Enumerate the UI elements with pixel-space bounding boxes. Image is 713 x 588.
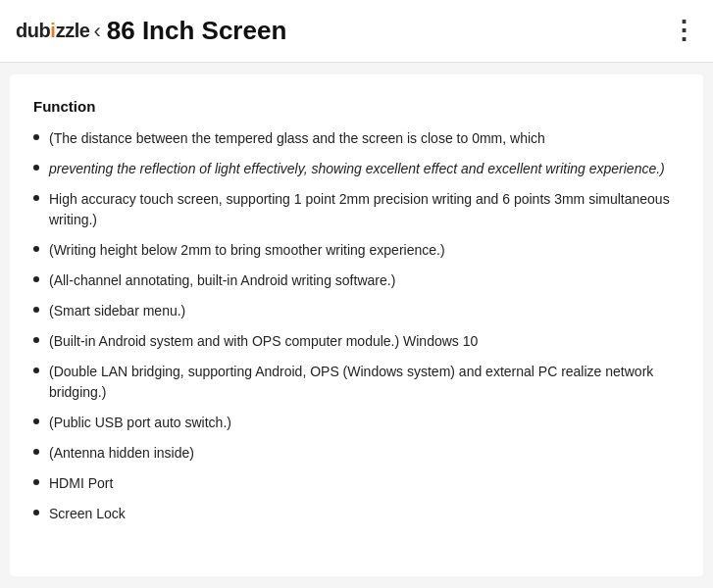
header: dubizzle ‹ 86 Inch Screen ⋮ [0, 0, 713, 63]
bullet-dot [33, 418, 39, 424]
bullet-dot [33, 307, 39, 313]
content-area: Function (The distance between the tempe… [10, 74, 703, 576]
header-left: dubizzle ‹ [16, 20, 105, 42]
list-item-text: (Smart sidebar menu.) [49, 301, 680, 321]
bullet-dot [33, 368, 39, 373]
list-item-text: (Built-in Android system and with OPS co… [49, 331, 680, 352]
list-item-text: (Writing height below 2mm to bring smoot… [49, 240, 680, 261]
list-item-text: (The distance between the tempered glass… [49, 128, 680, 149]
bullet-list: (The distance between the tempered glass… [33, 128, 680, 524]
logo-text: dub [16, 20, 50, 42]
bullet-dot [33, 165, 39, 171]
bullet-dot [33, 510, 39, 515]
list-item: (Public USB port auto switch.) [33, 413, 680, 433]
logo-text-2: zzle [56, 20, 90, 42]
page-title: 86 Inch Screen [107, 16, 632, 46]
list-item: Screen Lock [33, 504, 680, 524]
bullet-dot [33, 134, 39, 140]
list-item: (All-channel annotating, built-in Androi… [33, 270, 680, 291]
list-item: (Double LAN bridging, supporting Android… [33, 362, 680, 403]
bullet-dot [33, 276, 39, 282]
list-item-text: HDMI Port [49, 473, 680, 494]
list-item: (Antenna hidden inside) [33, 443, 680, 464]
list-item: HDMI Port [33, 473, 680, 494]
bullet-dot [33, 337, 39, 343]
list-item-text: (Antenna hidden inside) [49, 443, 680, 464]
back-button[interactable]: ‹ [93, 21, 100, 42]
bullet-dot [33, 246, 39, 252]
list-item-text: (Double LAN bridging, supporting Android… [49, 362, 680, 403]
list-item: (Writing height below 2mm to bring smoot… [33, 240, 680, 261]
dubizzle-logo: dubizzle [16, 20, 89, 42]
list-item: (Built-in Android system and with OPS co… [33, 331, 680, 352]
bullet-dot [33, 479, 39, 485]
more-options-button[interactable]: ⋮ [671, 16, 697, 46]
list-item: High accuracy touch screen, supporting 1… [33, 189, 680, 230]
list-item-text: (All-channel annotating, built-in Androi… [49, 270, 680, 291]
list-item: (The distance between the tempered glass… [33, 128, 680, 149]
section-title: Function [33, 98, 680, 115]
bullet-dot [33, 195, 39, 201]
list-item: (Smart sidebar menu.) [33, 301, 680, 321]
list-item-text: Screen Lock [49, 504, 680, 524]
bullet-dot [33, 449, 39, 455]
list-item: preventing the reflection of light effec… [33, 159, 680, 179]
header-icons: ⋮ [632, 16, 697, 46]
list-item-text: preventing the reflection of light effec… [49, 159, 680, 179]
list-item-text: (Public USB port auto switch.) [49, 413, 680, 433]
list-item-text: High accuracy touch screen, supporting 1… [49, 189, 680, 230]
